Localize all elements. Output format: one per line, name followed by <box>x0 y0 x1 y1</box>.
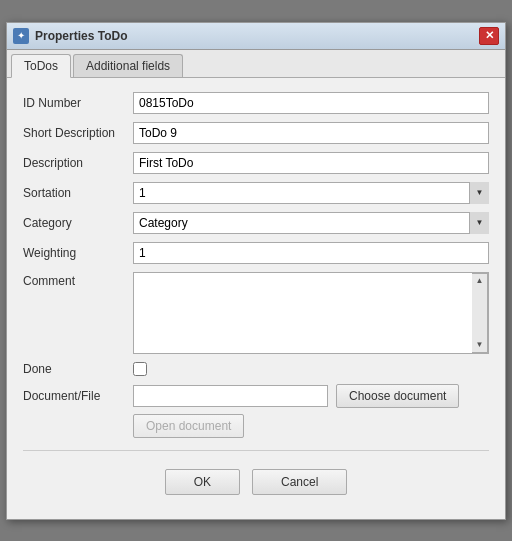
footer-divider <box>23 450 489 451</box>
tab-additional-fields[interactable]: Additional fields <box>73 54 183 77</box>
main-window: ✦ Properties ToDo ✕ ToDos Additional fie… <box>6 22 506 520</box>
sortation-select[interactable]: 1 2 3 <box>133 182 489 204</box>
description-input[interactable] <box>133 152 489 174</box>
category-label: Category <box>23 216 133 230</box>
short-description-row: Short Description <box>23 122 489 144</box>
tab-bar: ToDos Additional fields <box>7 50 505 78</box>
scroll-down-arrow[interactable]: ▼ <box>473 338 487 352</box>
choose-document-button[interactable]: Choose document <box>336 384 459 408</box>
document-file-row: Document/File Choose document <box>23 384 489 408</box>
weighting-label: Weighting <box>23 246 133 260</box>
short-description-label: Short Description <box>23 126 133 140</box>
sortation-select-wrapper: 1 2 3 ▼ <box>133 182 489 204</box>
open-document-row: Open document <box>133 414 489 438</box>
category-row: Category Category ▼ <box>23 212 489 234</box>
category-select-wrapper: Category ▼ <box>133 212 489 234</box>
ok-button[interactable]: OK <box>165 469 240 495</box>
id-number-row: ID Number <box>23 92 489 114</box>
id-number-input[interactable] <box>133 92 489 114</box>
window-title: Properties ToDo <box>35 29 127 43</box>
done-label: Done <box>23 362 133 376</box>
document-file-label: Document/File <box>23 389 133 403</box>
scroll-up-arrow[interactable]: ▲ <box>473 274 487 288</box>
window-icon: ✦ <box>13 28 29 44</box>
sortation-row: Sortation 1 2 3 ▼ <box>23 182 489 204</box>
weighting-input[interactable] <box>133 242 489 264</box>
description-row: Description <box>23 152 489 174</box>
comment-section: Comment ▲ ▼ <box>23 272 489 354</box>
open-document-button[interactable]: Open document <box>133 414 244 438</box>
form-content: ID Number Short Description Description … <box>7 78 505 519</box>
done-row: Done <box>23 362 489 376</box>
id-number-label: ID Number <box>23 96 133 110</box>
short-description-input[interactable] <box>133 122 489 144</box>
title-bar-left: ✦ Properties ToDo <box>13 28 127 44</box>
sortation-label: Sortation <box>23 186 133 200</box>
comment-scrollbar: ▲ ▼ <box>472 273 488 353</box>
weighting-row: Weighting <box>23 242 489 264</box>
comment-textarea[interactable] <box>134 273 472 353</box>
document-file-input[interactable] <box>133 385 328 407</box>
close-button[interactable]: ✕ <box>479 27 499 45</box>
cancel-button[interactable]: Cancel <box>252 469 347 495</box>
category-select[interactable]: Category <box>133 212 489 234</box>
comment-label: Comment <box>23 274 75 288</box>
title-bar: ✦ Properties ToDo ✕ <box>7 23 505 50</box>
done-checkbox[interactable] <box>133 362 147 376</box>
footer-buttons: OK Cancel <box>23 461 489 505</box>
description-label: Description <box>23 156 133 170</box>
tab-todos[interactable]: ToDos <box>11 54 71 78</box>
